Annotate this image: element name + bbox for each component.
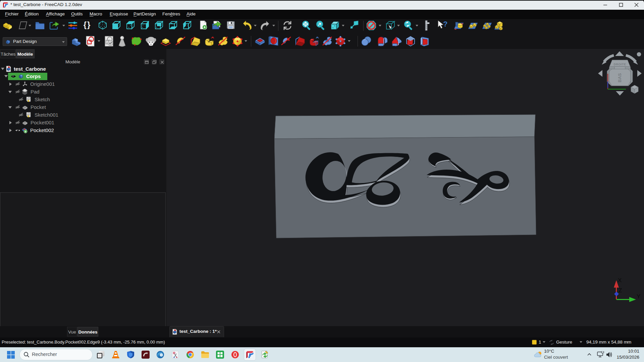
svg-text:?: ? — [443, 20, 447, 28]
svg-text:X: X — [618, 277, 622, 284]
svg-text:BAS: BAS — [617, 73, 622, 82]
svg-text:DROITE: DROITE — [613, 63, 626, 66]
svg-text:Y: Y — [637, 293, 640, 300]
svg-text:Z: Z — [619, 287, 622, 294]
